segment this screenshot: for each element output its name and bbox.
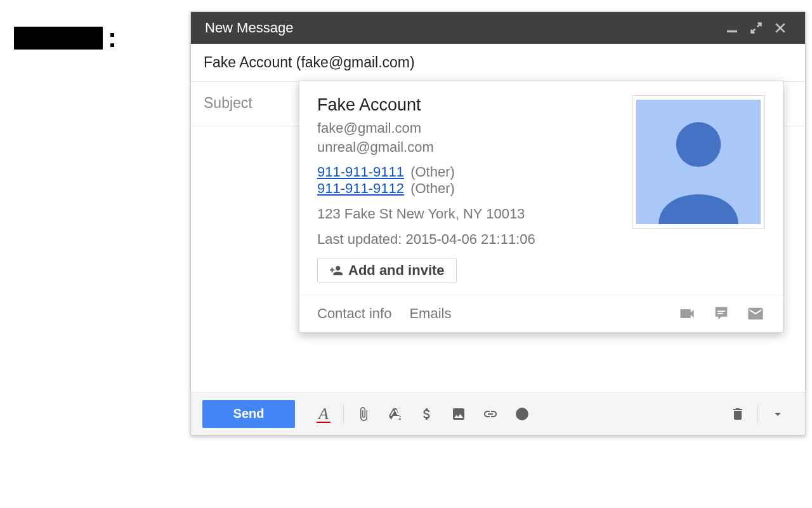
drive-button[interactable]: [379, 400, 411, 428]
svg-rect-0: [728, 30, 737, 32]
svg-point-2: [516, 408, 528, 420]
add-and-invite-button[interactable]: Add and invite: [317, 258, 457, 283]
format-underline: [317, 422, 331, 423]
photo-icon: [451, 406, 466, 422]
contact-name: Fake Account: [317, 95, 619, 115]
svg-point-4: [523, 412, 525, 413]
contact-email-2: unreal@gmail.com: [317, 138, 619, 157]
contact-info-tab[interactable]: Contact info: [317, 305, 391, 322]
contact-address: 123 Fake St New York, NY 10013: [317, 206, 619, 222]
emoji-icon: [514, 406, 530, 422]
svg-point-1: [676, 122, 721, 167]
emoji-button[interactable]: [506, 400, 538, 428]
more-options-button[interactable]: [762, 400, 794, 428]
to-field[interactable]: Fake Account (fake@gmail.com): [191, 44, 805, 82]
compose-toolbar: Send A: [191, 392, 805, 435]
contact-phone-1[interactable]: 911-911-9111: [317, 164, 404, 180]
paperclip-icon: [356, 406, 371, 422]
insert-link-button[interactable]: [475, 400, 506, 428]
add-invite-label: Add and invite: [348, 262, 445, 279]
separator: [343, 405, 344, 423]
compose-title: New Message: [205, 20, 293, 36]
video-icon: [678, 305, 696, 323]
drive-icon: [388, 406, 403, 422]
contact-avatar: [632, 95, 765, 229]
format-icon: A: [318, 404, 329, 424]
compose-window: New Message Fake Account (fake@gmail.com…: [190, 11, 806, 436]
contact-last-updated: Last updated: 2015-04-06 21:11:06: [317, 231, 619, 248]
contact-phone-2-type: (Other): [410, 180, 455, 196]
money-button[interactable]: [411, 400, 443, 428]
trash-icon: [730, 406, 745, 422]
caret-down-icon: [770, 406, 785, 422]
svg-point-3: [520, 412, 521, 413]
chat-icon: [712, 305, 730, 323]
close-button[interactable]: [769, 17, 791, 39]
close-icon: [774, 22, 787, 34]
insert-photo-button[interactable]: [443, 400, 475, 428]
chat-button[interactable]: [712, 304, 731, 323]
video-call-button[interactable]: [678, 304, 697, 323]
redacted-label: :: [14, 27, 117, 50]
separator: [757, 405, 758, 423]
email-button[interactable]: [746, 304, 765, 323]
contact-phone-2[interactable]: 911-911-9112: [317, 180, 404, 196]
add-person-icon: [329, 264, 343, 277]
redacted-block: [14, 27, 103, 50]
emails-tab[interactable]: Emails: [409, 305, 451, 322]
discard-button[interactable]: [722, 400, 754, 428]
expand-button[interactable]: [745, 17, 767, 39]
attach-button[interactable]: [348, 400, 379, 428]
minimize-icon: [726, 22, 738, 34]
redacted-colon: :: [108, 27, 117, 49]
compose-titlebar: New Message: [191, 12, 805, 44]
mail-icon: [747, 305, 764, 323]
dollar-icon: [419, 406, 435, 422]
contact-phone-1-type: (Other): [410, 164, 455, 180]
contact-card: Fake Account fake@gmail.com unreal@gmail…: [299, 81, 783, 333]
to-display: Fake Account (fake@gmail.com): [204, 54, 415, 70]
link-icon: [483, 406, 498, 422]
send-button[interactable]: Send: [202, 400, 295, 428]
minimize-button[interactable]: [721, 17, 743, 39]
contact-email-1: fake@gmail.com: [317, 119, 619, 138]
formatting-button[interactable]: A: [308, 400, 339, 428]
avatar-placeholder-icon: [636, 100, 761, 224]
expand-icon: [750, 22, 763, 34]
compose-body[interactable]: Fake Account fake@gmail.com unreal@gmail…: [191, 126, 805, 392]
subject-placeholder: Subject: [204, 95, 252, 111]
